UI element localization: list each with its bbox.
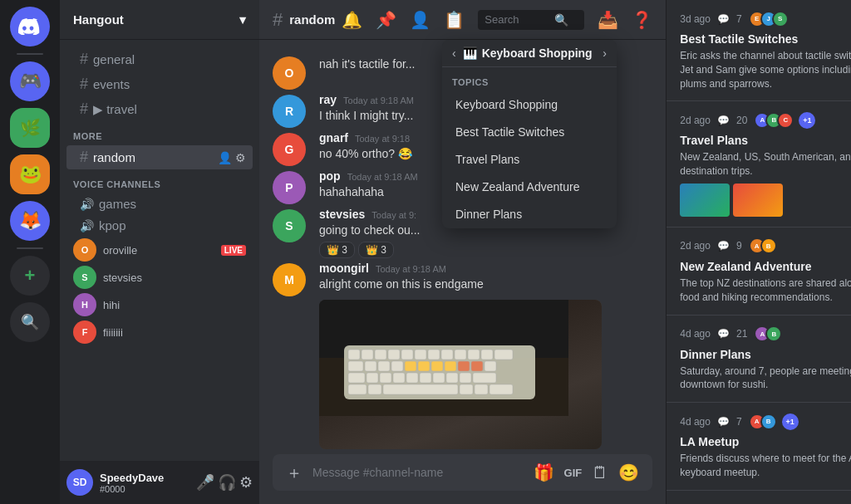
search-input[interactable]: [485, 13, 551, 26]
inbox-icon[interactable]: 📥: [598, 10, 618, 30]
channel-name-travel: ▶ travel: [93, 102, 137, 117]
svg-rect-25: [485, 361, 496, 371]
svg-rect-36: [348, 384, 366, 394]
voice-user-fiiiiiii[interactable]: F fiiiiiii: [66, 319, 253, 345]
avatar: S: [73, 266, 96, 289]
thread-time: 2d ago: [680, 240, 711, 252]
thread-meta: 2d ago 💬 20 A B C +1 •••: [680, 111, 851, 129]
plus-badge: +1: [799, 112, 815, 129]
server-icon-1[interactable]: 🎮: [10, 61, 50, 101]
category-voice[interactable]: VOICE CHANNELS: [60, 176, 259, 193]
comment-icon: 💬: [717, 13, 730, 25]
topic-travel-plans[interactable]: Travel Plans: [445, 146, 613, 173]
pin-icon[interactable]: 📌: [376, 10, 396, 30]
sticker-icon[interactable]: 🗒: [592, 463, 608, 482]
server-icon-2[interactable]: 🌿: [10, 108, 50, 148]
svg-rect-5: [375, 350, 386, 360]
mute-icon[interactable]: 🎤: [196, 473, 214, 492]
discord-home-button[interactable]: [10, 7, 50, 46]
thread-meta: 3d ago 💬 7 E J S •••: [680, 10, 851, 27]
category-voice-label: VOICE CHANNELS: [73, 179, 160, 189]
chat-input-box: ＋ 🎁 GIF 🗒 😊: [273, 454, 652, 491]
thread-image-thumb: [733, 183, 783, 217]
search-bar[interactable]: 🔍: [478, 10, 584, 30]
channel-item-general[interactable]: # general: [66, 47, 253, 71]
thread-reply-count: 20: [736, 115, 747, 126]
channel-name-games: games: [99, 197, 136, 211]
thread-title: Travel Plans: [680, 134, 851, 147]
topic-dinner-plans[interactable]: Dinner Plans: [445, 201, 613, 228]
thread-reply-count: 9: [736, 240, 742, 252]
topic-new-zealand-adventure[interactable]: New Zealand Adventure: [445, 174, 613, 200]
deafen-icon[interactable]: 🎧: [218, 473, 236, 492]
add-server-button[interactable]: +: [10, 256, 50, 296]
message-author: ray: [319, 93, 337, 106]
server-name: Hangout: [73, 12, 124, 27]
server-icon-4[interactable]: 🦊: [10, 201, 50, 241]
settings-icon[interactable]: ⚙: [235, 151, 246, 164]
right-panel: 3d ago 💬 7 E J S ••• Best Tactile Switch…: [666, 0, 851, 504]
live-badge: LIVE: [221, 245, 246, 256]
bell-icon[interactable]: 🔔: [342, 10, 362, 30]
topic-best-tactile-switches[interactable]: Best Tactile Switches: [445, 119, 613, 145]
reaction-crown2[interactable]: 👑 3: [358, 242, 394, 258]
thread-description: Saturday, around 7, people are meeting u…: [680, 365, 851, 393]
speaker-icon: 🔊: [80, 198, 94, 211]
threads-icon[interactable]: 📋: [444, 10, 465, 30]
thread-title: Best Tactile Switches: [680, 32, 851, 46]
reaction-crown[interactable]: 👑 3: [319, 242, 355, 258]
svg-rect-33: [446, 373, 458, 383]
voice-user-hihi[interactable]: H hihi: [66, 291, 253, 318]
avatar: C: [777, 112, 794, 129]
topics-section-label: TOPICS: [442, 67, 617, 91]
channel-item-games[interactable]: 🔊 games: [66, 193, 253, 214]
avatar: B: [765, 325, 782, 342]
thread-item-la[interactable]: 4d ago 💬 7 A B +1 ••• LA Meetup Friends …: [667, 403, 851, 491]
dropdown-back-button[interactable]: ‹: [452, 46, 456, 60]
message-text: alright come on this is endgame: [319, 276, 652, 292]
thread-item-dinner[interactable]: 4d ago 💬 21 A B ••• Dinner Plans Saturda…: [667, 316, 851, 404]
server-dropdown-icon[interactable]: ▾: [239, 12, 246, 27]
dropdown-expand-icon[interactable]: ›: [603, 46, 607, 60]
help-icon[interactable]: ❓: [632, 10, 652, 30]
server-icon-3[interactable]: 🐸: [10, 154, 50, 194]
thread-description: Eric asks the channel about tactile swit…: [680, 49, 851, 91]
channel-item-travel[interactable]: # ▶ travel: [66, 97, 253, 121]
svg-rect-14: [494, 350, 513, 360]
svg-rect-32: [433, 373, 445, 383]
footer-user-info: SpeedyDave #0000: [100, 472, 189, 494]
gif-icon[interactable]: GIF: [564, 467, 583, 479]
topic-keyboard-shopping[interactable]: Keyboard Shopping: [445, 91, 613, 118]
channel-hash-icon: #: [273, 9, 283, 31]
svg-rect-6: [388, 350, 400, 360]
message-input[interactable]: [312, 466, 524, 479]
chat-header: # random 🔔 📌 👤 📋 🔍 📥 ❓: [259, 0, 666, 40]
voice-user-oroville[interactable]: O oroville LIVE: [66, 237, 253, 263]
svg-rect-20: [418, 361, 430, 371]
keyboard-image: [319, 300, 602, 449]
settings-icon[interactable]: ⚙: [239, 473, 253, 492]
thread-item-travel[interactable]: 2d ago 💬 20 A B C +1 ••• Travel Plans Ne…: [667, 101, 851, 228]
avatar: S: [772, 11, 789, 27]
voice-username: hihi: [103, 299, 120, 311]
sidebar-header[interactable]: Hangout ▾: [60, 0, 259, 40]
svg-rect-12: [468, 350, 480, 360]
footer-controls: 🎤 🎧 ⚙: [196, 473, 253, 492]
add-member-icon[interactable]: 👤: [218, 151, 232, 164]
members-icon[interactable]: 👤: [410, 10, 430, 30]
discover-button[interactable]: 🔍: [10, 302, 50, 342]
channel-item-random[interactable]: # random 👤 ⚙: [66, 145, 253, 169]
thread-time: 3d ago: [680, 13, 711, 25]
thread-item-nz[interactable]: 2d ago 💬 9 A B ••• New Zealand Adventure…: [667, 228, 851, 316]
thread-avatars: E J S: [749, 11, 784, 27]
thread-item-tactile[interactable]: 3d ago 💬 7 E J S ••• Best Tactile Switch…: [667, 0, 851, 101]
channel-list: # general # events # ▶ travel MORE # ran…: [60, 40, 259, 461]
thread-images: [680, 183, 851, 217]
add-file-icon[interactable]: ＋: [286, 462, 303, 484]
emoji-icon[interactable]: 😊: [618, 462, 639, 482]
voice-user-stevsies[interactable]: S stevsies: [66, 264, 253, 291]
category-more[interactable]: MORE: [60, 128, 259, 144]
gift-icon[interactable]: 🎁: [534, 462, 554, 482]
channel-item-events[interactable]: # events: [66, 72, 253, 96]
channel-item-kpop[interactable]: 🔊 kpop: [66, 215, 253, 236]
